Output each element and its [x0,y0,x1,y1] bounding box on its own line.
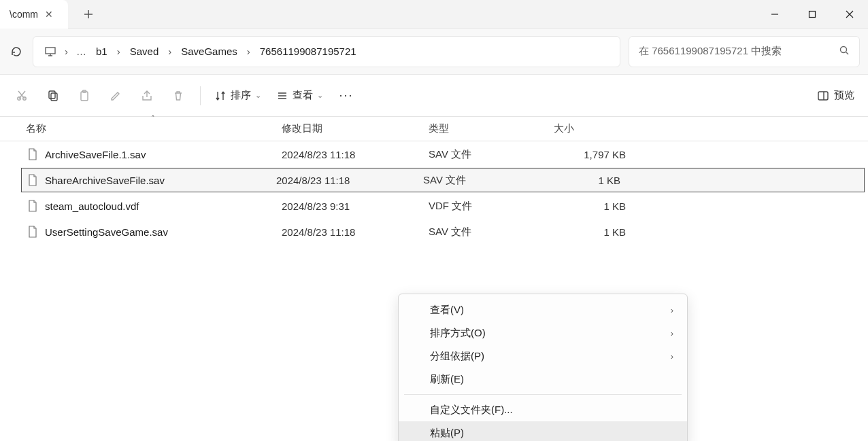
minimize-button[interactable] [756,0,793,29]
tab-strip: \comm ✕ [0,0,868,29]
window-controls [756,0,868,29]
column-headers: ˄ 名称 修改日期 类型 大小 [0,117,868,141]
chevron-right-icon: › [671,305,673,315]
toolbar-separator [200,86,201,105]
paste-button[interactable] [69,82,99,109]
breadcrumb-segment[interactable]: b1 [92,46,112,57]
svg-rect-0 [809,11,815,17]
context-menu-label: 排序方式(O) [430,327,486,340]
close-tab-icon[interactable]: ✕ [45,9,53,20]
delete-button[interactable] [163,82,193,109]
breadcrumb-segment[interactable]: Saved [126,46,163,57]
svg-point-2 [841,47,847,53]
chevron-right-icon[interactable]: › [114,46,123,57]
file-row[interactable]: steam_autocloud.vdf2024/8/23 9:31VDF 文件1… [0,193,868,219]
close-window-button[interactable] [831,0,868,29]
file-date: 2024/8/23 9:31 [282,200,429,212]
file-row[interactable]: ShareArchiveSaveFile.sav2024/8/23 11:18S… [20,167,865,193]
chevron-down-icon: ⌄ [317,91,323,100]
ellipsis-icon: ··· [339,88,353,103]
file-name: ShareArchiveSaveFile.sav [45,175,165,186]
file-type: SAV 文件 [429,148,554,161]
search-box[interactable]: 在 76561199087195721 中搜索 [629,36,860,67]
file-row[interactable]: UserSettingSaveGame.sav2024/8/23 11:18SA… [0,219,868,245]
svg-rect-1 [46,48,55,54]
breadcrumb-overflow[interactable]: … [73,46,89,57]
view-button[interactable]: 查看 ⌄ [269,82,330,109]
svg-rect-9 [818,92,828,100]
search-icon [839,45,850,58]
active-tab[interactable]: \comm ✕ [0,0,68,29]
context-menu-item[interactable]: 刷新(E) [399,368,687,391]
file-type: SAV 文件 [429,226,554,239]
context-menu-item[interactable]: 查看(V)› [399,298,687,321]
chevron-right-icon: › [671,328,673,338]
file-icon [26,147,39,161]
cut-button[interactable] [7,82,37,109]
copy-button[interactable] [38,82,68,109]
file-icon [26,199,39,213]
pc-icon [41,46,59,58]
tab-title: \comm [10,9,38,20]
file-type: SAV 文件 [423,174,548,187]
file-date: 2024/8/23 11:18 [282,149,429,160]
file-date: 2024/8/23 11:18 [282,226,429,238]
file-size: 1 KB [554,226,630,238]
file-name: ArchiveSaveFile.1.sav [45,149,146,160]
context-menu-item[interactable]: 分组依据(P)› [399,345,687,368]
file-row[interactable]: ArchiveSaveFile.1.sav2024/8/23 11:18SAV … [0,141,868,167]
preview-label: 预览 [834,89,854,102]
file-type: VDF 文件 [429,200,554,213]
maximize-button[interactable] [793,0,831,29]
svg-rect-7 [81,92,88,101]
column-header-date[interactable]: 修改日期 [282,122,429,135]
breadcrumb-segment[interactable]: 76561199087195721 [256,46,361,57]
more-menu-button[interactable]: ··· [331,82,361,109]
view-label: 查看 [293,89,313,102]
column-header-size[interactable]: 大小 [554,122,630,135]
context-menu: 查看(V)›排序方式(O)›分组依据(P)›刷新(E)自定义文件夹(F)...粘… [398,294,688,441]
search-placeholder: 在 76561199087195721 中搜索 [639,45,782,58]
context-menu-label: 分组依据(P) [430,350,484,363]
chevron-right-icon[interactable]: › [62,46,71,57]
new-tab-button[interactable] [75,0,102,29]
share-button[interactable] [132,82,162,109]
address-bar[interactable]: › … b1 › Saved › SaveGames › 76561199087… [33,36,620,67]
column-header-name[interactable]: 名称 [26,122,282,135]
chevron-down-icon: ⌄ [255,91,261,100]
address-row: › … b1 › Saved › SaveGames › 76561199087… [0,29,868,75]
chevron-right-icon[interactable]: › [244,46,253,57]
context-menu-item[interactable]: 粘贴(P) [399,421,687,441]
file-name: UserSettingSaveGame.sav [45,226,168,238]
svg-rect-6 [49,91,55,99]
file-size: 1 KB [554,200,630,212]
file-size: 1,797 KB [554,149,630,160]
chevron-right-icon[interactable]: › [165,46,174,57]
refresh-icon[interactable] [8,43,24,60]
sort-button[interactable]: 排序 ⌄ [207,82,268,109]
svg-rect-5 [51,93,57,101]
file-date: 2024/8/23 11:18 [276,175,423,186]
file-icon [26,225,39,239]
context-menu-label: 刷新(E) [430,373,464,386]
chevron-right-icon: › [671,351,673,361]
context-menu-label: 查看(V) [430,304,464,317]
context-menu-label: 自定义文件夹(F)... [430,404,513,417]
sort-label: 排序 [231,89,251,102]
context-menu-item[interactable]: 自定义文件夹(F)... [399,398,687,421]
breadcrumb-segment[interactable]: SaveGames [177,46,241,57]
sort-indicator-icon: ˄ [151,114,155,123]
file-name: steam_autocloud.vdf [45,200,139,212]
file-icon [26,173,39,187]
preview-button[interactable]: 预览 [809,82,861,109]
file-list: ArchiveSaveFile.1.sav2024/8/23 11:18SAV … [0,141,868,245]
file-size: 1 KB [548,175,624,186]
context-menu-label: 粘贴(P) [430,427,464,440]
column-header-type[interactable]: 类型 [429,122,554,135]
context-menu-item[interactable]: 排序方式(O)› [399,321,687,345]
toolbar: 排序 ⌄ 查看 ⌄ ··· 预览 [0,75,868,117]
rename-button[interactable] [101,82,131,109]
context-menu-separator [404,394,682,395]
